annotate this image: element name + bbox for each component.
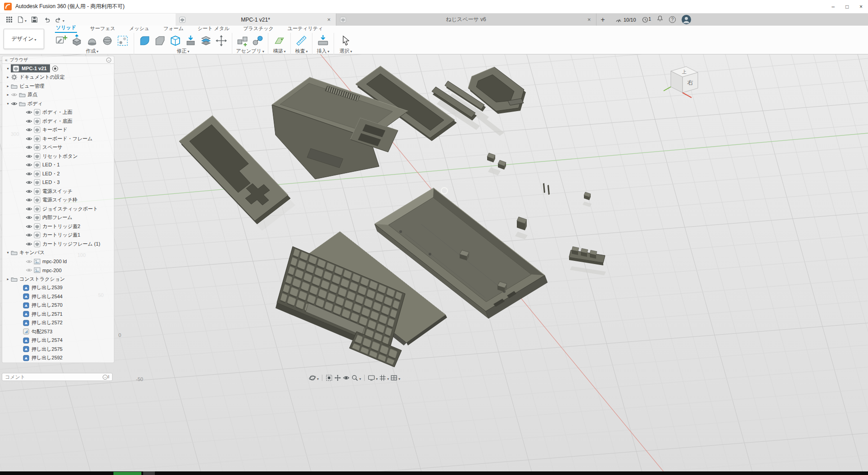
close-tab-icon[interactable] <box>586 16 592 23</box>
sphere-icon[interactable] <box>101 34 114 47</box>
group-label-assemble[interactable]: アセンブリ <box>236 47 264 54</box>
select-icon[interactable] <box>339 34 353 47</box>
document-tab-inactive[interactable]: ねじスペーサ v6 <box>336 13 597 26</box>
user-avatar[interactable] <box>682 15 691 24</box>
browser-item-body[interactable]: ジョイスティックポート <box>2 205 114 214</box>
notifications-button[interactable] <box>657 15 663 24</box>
tab-form[interactable]: フォーム <box>163 25 185 33</box>
feature-item-extrude[interactable]: 押し出し2572 <box>2 318 114 327</box>
shell-icon[interactable] <box>169 34 182 47</box>
comment-bar[interactable]: コメント <box>2 373 113 381</box>
browser-item-body[interactable]: 電源スイッチ枠 <box>2 196 114 205</box>
visibility-eye-icon[interactable] <box>26 189 32 194</box>
viewports-button[interactable] <box>390 374 400 382</box>
visibility-eye-icon[interactable] <box>11 92 18 97</box>
close-button[interactable]: × <box>854 0 868 13</box>
feature-item-extrude[interactable]: 押し出し2575 <box>2 345 114 354</box>
visibility-eye-icon[interactable] <box>26 215 32 220</box>
free-orbit-button[interactable] <box>343 374 350 381</box>
browser-item-body[interactable]: スペーサ <box>2 143 114 152</box>
group-label-construct[interactable]: 構築 <box>273 47 285 54</box>
new-component-icon[interactable] <box>236 34 249 47</box>
visibility-eye-icon[interactable] <box>26 197 32 202</box>
visibility-eye-icon[interactable] <box>26 171 32 176</box>
tab-plastic[interactable]: プラスチック <box>242 25 275 33</box>
new-tab-button[interactable] <box>597 13 609 26</box>
feature-item-extrude[interactable]: 押し出し2544 <box>2 292 114 301</box>
active-document-pill[interactable]: MPC-1 v21 <box>11 64 50 72</box>
activate-component-icon[interactable] <box>52 66 58 72</box>
group-label-modify[interactable]: 修正 <box>176 47 189 54</box>
expand-arrow-icon[interactable] <box>5 277 11 281</box>
redo-button[interactable] <box>54 14 66 25</box>
tab-utilities[interactable]: ユーティリティ <box>287 25 324 33</box>
browser-item-body[interactable]: キーボード <box>2 125 114 134</box>
save-button[interactable] <box>28 14 41 25</box>
feature-item-extrude[interactable]: 押し出し2570 <box>2 301 114 310</box>
browser-item-body[interactable]: 内部フレーム <box>2 213 114 222</box>
viewport-canvas[interactable]: 300 100 50 0 -50 <box>0 0 868 475</box>
measure-icon[interactable] <box>295 34 308 47</box>
joint-icon[interactable] <box>251 34 264 47</box>
app-launcher-button[interactable] <box>3 14 15 25</box>
visibility-eye-icon[interactable] <box>26 268 32 273</box>
browser-item-body[interactable]: 電源スイッチ <box>2 187 114 196</box>
file-menu-button[interactable] <box>16 14 28 25</box>
feature-item-extrude[interactable]: 押し出し2592 <box>2 354 114 363</box>
visibility-eye-icon[interactable] <box>26 180 32 185</box>
visibility-eye-icon[interactable] <box>26 224 32 229</box>
visibility-eye-icon[interactable] <box>26 242 32 246</box>
visibility-eye-icon[interactable] <box>26 119 32 124</box>
revolve-icon[interactable] <box>86 34 99 47</box>
comment-options-icon[interactable] <box>103 375 108 380</box>
close-tab-icon[interactable] <box>326 16 332 23</box>
expand-arrow-icon[interactable] <box>5 75 11 79</box>
visibility-eye-icon[interactable] <box>26 259 32 264</box>
undo-button[interactable] <box>41 14 53 25</box>
drag-handle-icon[interactable] <box>108 375 109 379</box>
visibility-eye-icon[interactable] <box>26 110 32 115</box>
display-settings-button[interactable] <box>368 374 378 382</box>
orbit-mode-button[interactable] <box>309 374 319 382</box>
browser-item-body[interactable]: カートリッジフレーム (1) <box>2 240 114 249</box>
browser-item-document-settings[interactable]: ドキュメントの設定 <box>2 73 114 82</box>
visibility-eye-icon[interactable] <box>26 136 32 141</box>
browser-item-canvas[interactable]: mpc-200 ld <box>2 257 114 266</box>
create-sketch-icon[interactable] <box>55 34 68 47</box>
tab-surface[interactable]: サーフェス <box>89 25 116 33</box>
browser-item-named-views[interactable]: ビュー管理 <box>2 82 114 91</box>
feature-item-extrude[interactable]: 押し出し2539 <box>2 283 114 292</box>
expand-arrow-icon[interactable] <box>5 251 11 255</box>
construction-plane-icon[interactable] <box>273 34 286 47</box>
view-cube[interactable]: 上 右 <box>658 58 708 103</box>
browser-item-body[interactable]: LED・3 <box>2 178 114 187</box>
insert-icon[interactable] <box>316 34 330 47</box>
group-label-insert[interactable]: 挿入 <box>316 47 329 54</box>
collapse-panel-icon[interactable] <box>5 58 8 63</box>
workspace-selector[interactable]: デザイン <box>4 29 44 49</box>
pattern-icon[interactable] <box>116 34 129 47</box>
maximize-button[interactable]: □ <box>840 0 854 13</box>
expand-arrow-icon[interactable] <box>5 67 11 71</box>
feature-item-extrude[interactable]: 押し出し2571 <box>2 310 114 319</box>
visibility-eye-icon[interactable] <box>26 145 32 150</box>
browser-item-bodies-folder[interactable]: ボディ <box>2 99 114 108</box>
chamfer-icon[interactable] <box>154 34 167 47</box>
visibility-eye-icon[interactable] <box>26 154 32 159</box>
browser-item-body[interactable]: ボディ・底面 <box>2 117 114 126</box>
group-label-create[interactable]: 作成 <box>86 47 98 54</box>
visibility-eye-icon[interactable] <box>26 127 32 132</box>
expand-arrow-icon[interactable] <box>5 102 11 106</box>
document-tab-active[interactable]: MPC-1 v21* <box>176 13 336 26</box>
pan-button[interactable] <box>334 374 341 381</box>
expand-arrow-icon[interactable] <box>5 84 11 88</box>
browser-item-body[interactable]: LED・1 <box>2 161 114 170</box>
grid-settings-button[interactable] <box>379 374 389 382</box>
group-label-select[interactable]: 選択 <box>339 47 352 54</box>
combine-icon[interactable] <box>199 34 212 47</box>
visibility-eye-icon[interactable] <box>11 101 18 106</box>
browser-item-construction[interactable]: コンストラクション <box>2 275 114 284</box>
feature-item-draft[interactable]: 勾配2573 <box>2 327 114 336</box>
browser-item-body[interactable]: カートリッジ蓋1 <box>2 231 114 240</box>
browser-item-origin[interactable]: 原点 <box>2 90 114 99</box>
